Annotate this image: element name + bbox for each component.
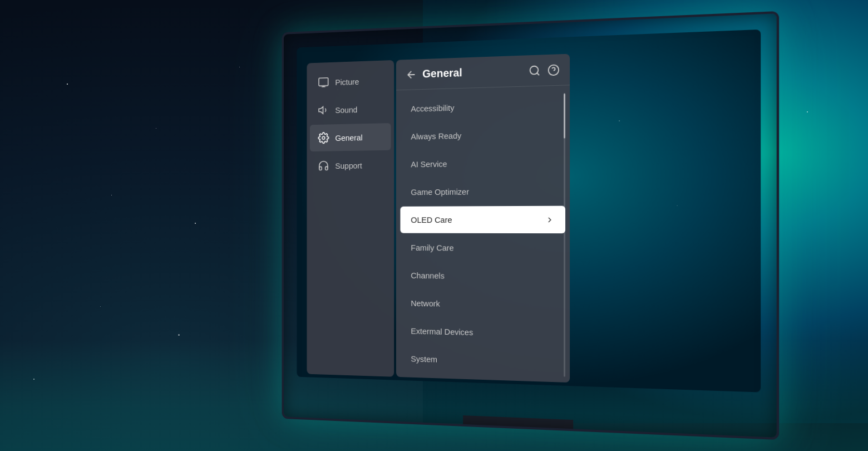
right-panel-title: General	[422, 66, 462, 80]
sound-icon	[318, 104, 329, 116]
right-panel-header: General	[396, 54, 570, 91]
submenu-item-family-care[interactable]: Family Care	[400, 234, 565, 262]
sidebar-item-general[interactable]: General	[310, 123, 391, 151]
svg-point-2	[322, 136, 325, 139]
sidebar-item-general-label: General	[335, 133, 362, 142]
submenu-item-always-ready[interactable]: Always Ready	[400, 120, 565, 150]
tv-screen: Picture Sound General	[297, 30, 761, 393]
submenu-item-network[interactable]: Network	[400, 290, 565, 320]
submenu-item-accessibility[interactable]: Accessibility	[400, 91, 565, 122]
submenu-item-game-optimizer[interactable]: Game Optimizer	[400, 177, 565, 205]
picture-icon	[318, 76, 329, 89]
submenu-list: Accessibility Always Ready AI Service Ga…	[396, 85, 570, 383]
scrollbar-thumb[interactable]	[564, 94, 565, 139]
left-panel: Picture Sound General	[307, 60, 394, 377]
sidebar-item-picture-label: Picture	[335, 77, 359, 87]
submenu-item-ai-service[interactable]: AI Service	[400, 149, 565, 178]
chevron-right-icon	[545, 215, 554, 224]
header-icons	[529, 63, 560, 77]
search-icon[interactable]	[529, 64, 541, 77]
submenu-item-channels[interactable]: Channels	[400, 262, 565, 291]
sidebar-item-support[interactable]: Support	[310, 151, 391, 179]
submenu-item-system[interactable]: System	[400, 345, 565, 377]
scrollbar-track	[564, 94, 565, 377]
menu-container: Picture Sound General	[307, 54, 570, 383]
header-left: General	[406, 66, 462, 81]
submenu-item-oled-care[interactable]: OLED Care	[400, 206, 565, 233]
svg-marker-1	[319, 107, 323, 114]
sidebar-item-sound-label: Sound	[335, 105, 357, 114]
right-panel: General	[396, 54, 570, 383]
back-icon[interactable]	[406, 68, 417, 81]
sidebar-item-sound[interactable]: Sound	[310, 95, 391, 124]
tv-frame: Picture Sound General	[282, 11, 779, 440]
general-icon	[318, 132, 329, 144]
sidebar-item-picture[interactable]: Picture	[310, 67, 391, 96]
support-icon	[318, 160, 329, 171]
submenu-item-external-devices[interactable]: Extermal Devices	[400, 317, 565, 348]
svg-rect-0	[319, 78, 328, 86]
sidebar-item-support-label: Support	[335, 160, 362, 170]
help-icon[interactable]	[548, 63, 560, 76]
